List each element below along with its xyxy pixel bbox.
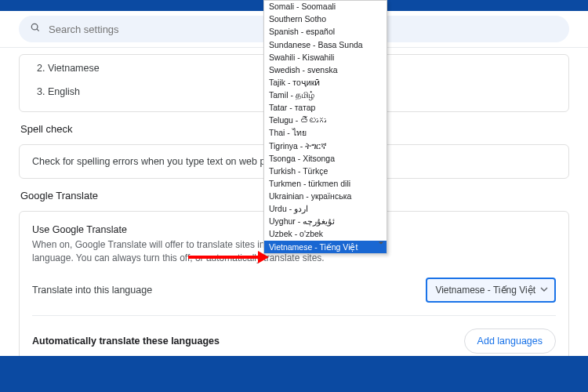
svg-point-0	[31, 24, 38, 30]
dropdown-option[interactable]: Tajik - тоҷикӣ	[264, 76, 387, 89]
dropdown-option[interactable]: Southern Sotho	[264, 13, 387, 26]
dropdown-option[interactable]: Spanish - español	[264, 26, 387, 38]
dropdown-scroll[interactable]: Shona - chiShonaSindhi - سنڌيSinhala - ස…	[264, 1, 387, 253]
dropdown-selected-text: Vietnamese - Tiếng Việt	[435, 285, 535, 296]
dropdown-option[interactable]: Ukrainian - українська	[264, 191, 387, 203]
dropdown-option[interactable]: Vietnamese - Tiếng Việt	[264, 241, 387, 253]
chevron-down-icon	[540, 285, 548, 296]
dropdown-option[interactable]: Tsonga - Xitsonga	[264, 152, 387, 165]
language-dropdown-popup[interactable]: Shona - chiShonaSindhi - سنڌيSinhala - ස…	[263, 0, 387, 254]
add-languages-button[interactable]: Add languages	[464, 328, 556, 354]
dropdown-option[interactable]: Sundanese - Basa Sunda	[264, 38, 387, 51]
accent-bar-bottom	[0, 356, 588, 392]
translate-into-label: Translate into this language	[32, 285, 152, 296]
dropdown-option[interactable]: Telugu - తెలుగు	[264, 114, 387, 127]
dropdown-option[interactable]: Thai - ไทย	[264, 127, 387, 140]
dropdown-option[interactable]: Turkmen - türkmen dili	[264, 177, 387, 190]
dropdown-option[interactable]: Tigrinya - ትግርኛ	[264, 140, 387, 152]
spell-check-desc: Check for spelling errors when you type …	[32, 156, 286, 167]
dropdown-option[interactable]: Uzbek - o'zbek	[264, 228, 387, 241]
translate-into-row: Translate into this language Vietnamese …	[32, 265, 556, 315]
svg-line-1	[37, 29, 39, 31]
dropdown-option[interactable]: Uyghur - ئۇيغۇرچە	[264, 216, 387, 228]
search-icon	[30, 22, 41, 36]
dropdown-option[interactable]: Somali - Soomaali	[264, 1, 387, 13]
dropdown-option[interactable]: Turkish - Türkçe	[264, 165, 387, 177]
dropdown-option[interactable]: Swedish - svenska	[264, 64, 387, 76]
translate-language-dropdown[interactable]: Vietnamese - Tiếng Việt	[426, 278, 556, 303]
dropdown-option[interactable]: Swahili - Kiswahili	[264, 51, 387, 64]
chevron-down-icon	[378, 235, 384, 249]
dropdown-option[interactable]: Urdu - اردو	[264, 203, 387, 216]
dropdown-option[interactable]: Tamil - தமிழ்	[264, 89, 387, 102]
dropdown-option[interactable]: Tatar - татар	[264, 102, 387, 114]
auto-translate-label: Automatically translate these languages	[32, 336, 220, 347]
